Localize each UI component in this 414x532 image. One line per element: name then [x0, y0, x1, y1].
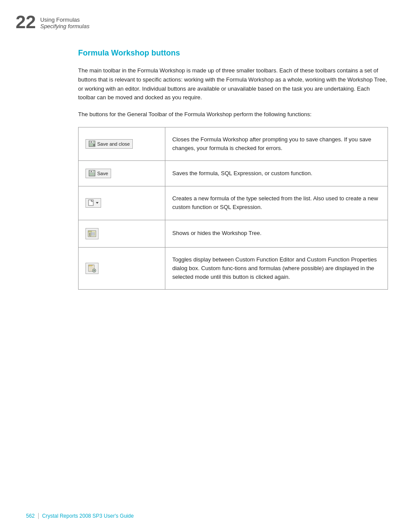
description-cell-workshop-tree: Shows or hides the Workshop Tree. — [165, 220, 388, 247]
description-cell-new: Creates a new formula of the type select… — [165, 186, 388, 220]
save-button[interactable]: Save — [85, 169, 111, 178]
svg-rect-21 — [91, 232, 95, 234]
intro-paragraph-1: The main toolbar in the Formula Workshop… — [78, 66, 388, 102]
chapter-subtitle: Specifying formulas — [40, 23, 89, 29]
chapter-info: Using Formulas Specifying formulas — [40, 13, 89, 29]
svg-rect-11 — [90, 174, 94, 175]
description-cell-save: Saves the formula, SQL Expression, or cu… — [165, 161, 388, 186]
description-cell-save-and-close: Closes the Formula Workshop after prompt… — [165, 127, 388, 160]
table-row: Save Saves the formula, SQL Expression, … — [79, 161, 388, 186]
svg-point-29 — [93, 270, 95, 271]
table-row: Creates a new formula of the type select… — [79, 186, 388, 220]
main-content: Formula Workshop buttons The main toolba… — [0, 49, 414, 290]
button-cell-save: Save — [79, 161, 165, 186]
buttons-table: Save and close Closes the Formula Worksh… — [78, 127, 388, 290]
svg-rect-9 — [91, 171, 92, 172]
chapter-number: 22 — [16, 13, 36, 31]
section-heading: Formula Workshop buttons — [78, 49, 388, 58]
svg-rect-24 — [89, 265, 92, 266]
new-formula-button[interactable] — [85, 198, 101, 208]
chapter-title: Using Formulas — [40, 16, 89, 23]
button-cell-workshop-tree — [79, 220, 165, 247]
table-row: Shows or hides the Workshop Tree. — [79, 220, 388, 247]
svg-marker-14 — [96, 202, 99, 204]
table-row: Toggles display between Custom Function … — [79, 247, 388, 289]
dropdown-arrow-icon — [95, 199, 99, 206]
svg-rect-2 — [91, 141, 92, 143]
svg-rect-16 — [88, 231, 92, 232]
toggle-editor-icon — [88, 264, 96, 273]
svg-rect-22 — [91, 234, 95, 235]
toggle-editor-button[interactable] — [85, 263, 99, 274]
page-container: 22 Using Formulas Specifying formulas Fo… — [0, 0, 414, 532]
button-cell-new — [79, 186, 165, 220]
footer-product-name: Crystal Reports 2008 SP3 User's Guide — [42, 513, 134, 519]
button-cell-toggle-editor — [79, 247, 165, 289]
save-label: Save — [97, 171, 108, 176]
save-and-close-button[interactable]: Save and close — [85, 139, 133, 149]
svg-rect-12 — [89, 200, 93, 206]
save-and-close-label: Save and close — [97, 141, 130, 147]
page-header: 22 Using Formulas Specifying formulas — [0, 13, 414, 31]
save-and-close-icon — [89, 140, 95, 147]
new-formula-icon — [88, 199, 95, 206]
footer-separator — [38, 513, 39, 519]
save-icon — [89, 170, 95, 177]
workshop-tree-icon — [88, 229, 96, 238]
workshop-tree-button[interactable] — [85, 228, 99, 239]
description-cell-toggle-editor: Toggles display between Custom Function … — [165, 247, 388, 289]
page-footer: 562 Crystal Reports 2008 SP3 User's Guid… — [0, 513, 414, 519]
footer-page-number: 562 — [26, 513, 35, 519]
button-cell-save-and-close: Save and close — [79, 127, 165, 160]
intro-paragraph-2: The buttons for the General Toolbar of t… — [78, 110, 388, 119]
table-row: Save and close Closes the Formula Worksh… — [79, 127, 388, 160]
